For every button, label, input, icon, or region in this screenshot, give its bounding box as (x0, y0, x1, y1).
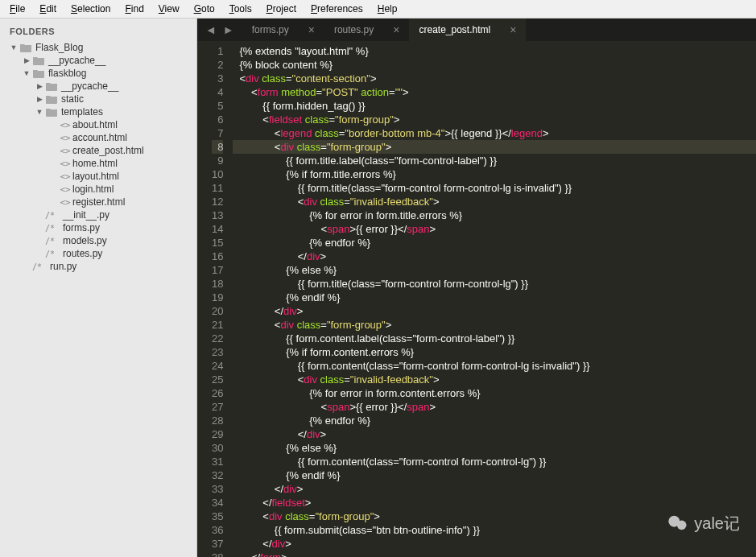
code-line[interactable]: <div class="form-group"> (233, 318, 756, 332)
expand-arrow-icon[interactable]: ▶ (35, 95, 43, 103)
file-__init__.py[interactable]: /*__init__.py (3, 208, 193, 221)
tab-bar: ◄ ► forms.py×routes.py×create_post.html× (197, 19, 756, 41)
menu-selection[interactable]: Selection (64, 2, 117, 16)
code-line[interactable]: {{ form.content.label(class="form-contro… (233, 332, 756, 345)
html-icon: <> (58, 120, 72, 130)
tab-next-icon[interactable]: ► (220, 23, 238, 36)
code-line[interactable]: {% endif %} (233, 291, 756, 304)
tab-prev-icon[interactable]: ◄ (202, 23, 220, 36)
menu-find[interactable]: Find (118, 2, 150, 16)
code-line[interactable]: <div class="form-group"> (233, 140, 756, 154)
code-line[interactable]: {{ form.title(class="form-control form-c… (233, 181, 756, 195)
tree-label: models.py (63, 235, 107, 246)
folder-flask_blog[interactable]: ▼Flask_Blog (3, 41, 193, 54)
code-line[interactable]: {% extends "layout.html" %} (233, 44, 756, 58)
expand-arrow-icon[interactable]: ▼ (23, 69, 31, 77)
code-line[interactable]: <div class="invalid-feedback"> (233, 373, 756, 386)
tab-close-icon[interactable]: × (510, 23, 516, 36)
code-line[interactable]: {{ form.title(class="form-control form-c… (233, 277, 756, 291)
folder-templates[interactable]: ▼templates (3, 105, 193, 118)
expand-arrow-icon[interactable]: ▼ (35, 108, 43, 116)
line-number: 19 (212, 291, 223, 304)
code-content[interactable]: {% extends "layout.html" %}{% block cont… (233, 41, 756, 557)
menu-project[interactable]: Project (260, 2, 303, 16)
code-area[interactable]: 1234567891011121314151617181920212223242… (197, 41, 756, 557)
py-icon: /* (45, 250, 63, 258)
file-home.html[interactable]: <>home.html (3, 157, 193, 170)
code-line[interactable]: <span>{{ error }}</span> (233, 222, 756, 236)
tree-label: __pycache__ (61, 80, 118, 92)
folder-static[interactable]: ▶static (3, 93, 193, 105)
menu-help[interactable]: Help (371, 2, 404, 16)
code-line[interactable]: <div class="content-section"> (233, 72, 756, 85)
tree-label: __init__.py (63, 209, 109, 221)
watermark-text: yale记 (694, 513, 740, 534)
tree-label: templates (61, 106, 103, 118)
tab-routes-py[interactable]: routes.py× (324, 19, 410, 41)
code-line[interactable]: {% for error in form.content.errors %} (233, 386, 756, 400)
menu-view[interactable]: View (152, 2, 186, 16)
code-line[interactable]: {% endif %} (233, 468, 756, 482)
file-register.html[interactable]: <>register.html (3, 196, 193, 208)
code-line[interactable]: {% if form.title.errors %} (233, 167, 756, 181)
folder-flaskblog[interactable]: ▼flaskblog (3, 67, 193, 80)
expand-arrow-icon[interactable]: ▶ (23, 56, 31, 64)
code-line[interactable]: </div> (233, 537, 756, 551)
line-number: 37 (212, 537, 223, 551)
file-forms.py[interactable]: /*forms.py (3, 221, 193, 234)
file-login.html[interactable]: <>login.html (3, 183, 193, 196)
menu-file[interactable]: File (3, 2, 31, 16)
tab-close-icon[interactable]: × (308, 23, 315, 36)
code-line[interactable]: {{ form.content(class="form-control form… (233, 455, 756, 468)
folder-icon (45, 93, 58, 105)
code-line[interactable]: </div> (233, 482, 756, 496)
code-line[interactable]: <div class="invalid-feedback"> (233, 195, 756, 208)
file-account.html[interactable]: <>account.html (3, 131, 193, 144)
code-line[interactable]: <span>{{ error }}</span> (233, 400, 756, 414)
tree-label: static (61, 93, 84, 105)
file-routes.py[interactable]: /*routes.py (3, 247, 193, 260)
code-line[interactable]: {% endfor %} (233, 236, 756, 250)
expand-arrow-icon[interactable]: ▼ (10, 43, 18, 52)
code-line[interactable]: {{ form.hidden_tag() }} (233, 99, 756, 113)
file-create_post.html[interactable]: <>create_post.html (3, 144, 193, 157)
code-line[interactable]: <form method="POST" action=""> (233, 85, 756, 99)
code-line[interactable]: {% if form.content.errors %} (233, 345, 756, 359)
code-line[interactable]: {{ form.title.label(class="form-control-… (233, 154, 756, 167)
code-line[interactable]: </div> (233, 304, 756, 318)
tab-close-icon[interactable]: × (393, 23, 399, 36)
tree-label: login.html (72, 184, 114, 195)
code-line[interactable]: {% for error in form.title.errors %} (233, 208, 756, 222)
line-number: 2 (212, 58, 223, 72)
expand-arrow-icon[interactable]: ▶ (35, 82, 43, 90)
code-line[interactable]: <fieldset class="form-group"> (233, 113, 756, 126)
line-number: 24 (212, 359, 223, 373)
file-models.py[interactable]: /*models.py (3, 234, 193, 247)
code-line[interactable]: </form> (233, 551, 756, 557)
py-icon: /* (45, 224, 63, 233)
code-line[interactable]: {% else %} (233, 441, 756, 455)
folder-__pycache__[interactable]: ▶__pycache__ (3, 54, 193, 67)
menu-tools[interactable]: Tools (223, 2, 258, 16)
code-line[interactable]: </div> (233, 427, 756, 441)
code-line[interactable]: </fieldset> (233, 496, 756, 510)
line-number: 17 (212, 263, 223, 277)
code-line[interactable]: {% block content %} (233, 58, 756, 72)
menu-edit[interactable]: Edit (33, 2, 63, 16)
code-line[interactable]: </div> (233, 250, 756, 263)
code-line[interactable]: <legend class="border-bottom mb-4">{{ le… (233, 126, 756, 140)
code-line[interactable]: {{ form.content(class="form-control form… (233, 359, 756, 373)
tab-create_post-html[interactable]: create_post.html× (409, 19, 526, 41)
code-line[interactable]: {% endfor %} (233, 414, 756, 427)
folder-__pycache__[interactable]: ▶__pycache__ (3, 80, 193, 93)
file-run.py[interactable]: /*run.py (3, 260, 193, 273)
menu-goto[interactable]: Goto (188, 2, 221, 16)
file-layout.html[interactable]: <>layout.html (3, 170, 193, 183)
code-line[interactable]: {% else %} (233, 263, 756, 277)
file-about.html[interactable]: <>about.html (3, 118, 193, 131)
menu-preferences[interactable]: Preferences (304, 2, 370, 16)
line-number: 16 (212, 250, 223, 263)
line-number: 12 (212, 195, 223, 208)
line-number: 5 (212, 99, 223, 113)
tab-forms-py[interactable]: forms.py× (242, 19, 324, 41)
